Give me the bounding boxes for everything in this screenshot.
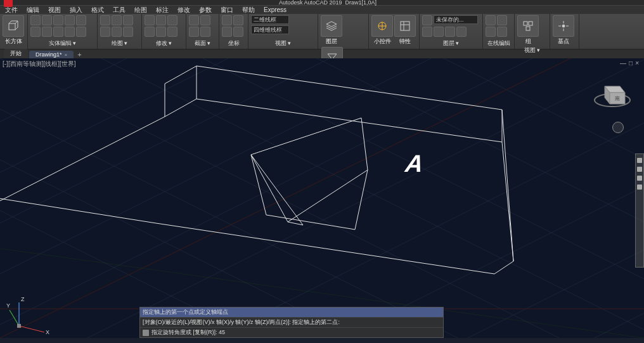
viewport-min-button[interactable]: —: [620, 60, 626, 67]
menu-param[interactable]: 参数: [198, 6, 213, 15]
mirror-button[interactable]: [145, 27, 155, 37]
menu-view[interactable]: 视图: [47, 6, 62, 15]
viewport-close-button[interactable]: ×: [635, 60, 639, 67]
properties-button[interactable]: [394, 15, 416, 37]
paste-button[interactable]: [497, 15, 507, 25]
sweep-button[interactable]: [65, 15, 75, 25]
rotate-button[interactable]: [167, 15, 177, 25]
viewport-window-controls: — □ ×: [620, 60, 639, 67]
base-button[interactable]: [553, 15, 574, 37]
ucs-world-button[interactable]: [233, 15, 243, 25]
move-button[interactable]: [145, 15, 155, 25]
tab-start[interactable]: 开始: [4, 49, 28, 58]
layer-off-button[interactable]: [434, 27, 444, 37]
svg-line-33: [156, 223, 494, 274]
layer-state-button[interactable]: [422, 15, 432, 25]
arc-button[interactable]: [100, 27, 110, 37]
extrude-button[interactable]: [30, 15, 41, 25]
nav-orbit-button[interactable]: [637, 176, 642, 181]
layer-iso-button[interactable]: [422, 27, 432, 37]
panel-modify: 修改 ▾: [142, 14, 186, 49]
tab-drawing1-label: Drawing1*: [35, 51, 62, 58]
panel-gizmo: 小控件 特性: [369, 14, 420, 49]
panel-layer-state: 未保存的... 图层 ▾: [420, 14, 483, 49]
erase-button[interactable]: [167, 27, 177, 37]
menu-tools[interactable]: 工具: [112, 6, 127, 15]
svg-line-40: [502, 142, 513, 261]
viewport-max-button[interactable]: □: [629, 60, 633, 67]
match-button[interactable]: [486, 27, 496, 37]
ucs-prev-button[interactable]: [222, 27, 232, 37]
visual-style-select[interactable]: 二维线框: [251, 15, 289, 24]
title-bar: Autodesk AutoCAD 2019 Draw1[1,0A]: [0, 0, 644, 5]
polyline-button[interactable]: [112, 15, 122, 25]
layer-lock-button[interactable]: [456, 27, 467, 37]
section-jog-button[interactable]: [189, 27, 199, 37]
intersect-button[interactable]: [53, 27, 63, 37]
menu-dim[interactable]: 标注: [155, 6, 170, 15]
viewport-label[interactable]: [-][西南等轴测][线框][世界]: [3, 60, 76, 68]
measure-button[interactable]: [486, 15, 496, 25]
circle-button[interactable]: [123, 15, 133, 25]
layer-button[interactable]: [321, 15, 342, 37]
nav-pan-button[interactable]: [637, 158, 642, 163]
live-section-button[interactable]: [200, 15, 210, 25]
tab-add-button[interactable]: +: [75, 51, 84, 58]
tab-drawing1[interactable]: Drawing1* ×: [29, 51, 74, 58]
model-viewport[interactable]: [-][西南等轴测][线框][世界] — □ × 南: [0, 58, 644, 338]
layer-label: 图层: [326, 37, 337, 46]
nav-wheel-icon[interactable]: [612, 122, 624, 133]
slice-button[interactable]: [65, 27, 75, 37]
svg-line-22: [0, 58, 644, 337]
command-line[interactable]: 指定轴上的第一个点或定义轴端点 [对象(O)/最近的(L)/视图(V)/x 轴(…: [139, 307, 444, 338]
menu-modify[interactable]: 修改: [176, 6, 191, 15]
visual-style-select-2[interactable]: 四维维线框: [251, 25, 289, 34]
loft-button[interactable]: [76, 15, 86, 25]
menu-format[interactable]: 格式: [90, 6, 105, 15]
flatshot-button[interactable]: [200, 27, 210, 37]
svg-line-36: [165, 99, 196, 117]
svg-line-11: [0, 58, 570, 287]
rectangle-button[interactable]: [112, 27, 122, 37]
menu-draw[interactable]: 绘图: [133, 6, 148, 15]
union-button[interactable]: [30, 27, 41, 37]
group-button[interactable]: [517, 15, 539, 37]
dim-button[interactable]: [497, 27, 507, 37]
box-button[interactable]: [3, 15, 24, 37]
menu-window[interactable]: 窗口: [219, 6, 235, 15]
section-plane-button[interactable]: [189, 15, 199, 25]
nav-zoom-button[interactable]: [637, 167, 642, 172]
menu-edit[interactable]: 编辑: [25, 6, 41, 15]
svg-line-25: [0, 96, 644, 338]
ucs-icon[interactable]: X Y Z: [6, 291, 51, 335]
navigation-bar: [635, 153, 644, 268]
menu-insert[interactable]: 插入: [68, 6, 84, 15]
viewcube[interactable]: 南: [592, 74, 633, 114]
svg-line-15: [63, 65, 644, 338]
svg-rect-0: [9, 23, 15, 30]
ucs-face-button[interactable]: [233, 27, 243, 37]
subtract-button[interactable]: [42, 27, 52, 37]
command-input[interactable]: 指定旋转角度或 [复制(R)]: 45: [151, 328, 225, 337]
gizmo-label: 小控件: [374, 37, 391, 46]
tab-start-label: 开始: [10, 49, 22, 58]
gizmo-button[interactable]: [371, 15, 393, 37]
menu-bar: 文件 编辑 视图 插入 格式 工具 绘图 标注 修改 参数 窗口 帮助 Expr…: [0, 5, 644, 14]
layer-select[interactable]: 未保存的...: [434, 15, 478, 24]
presspull-button[interactable]: [42, 15, 52, 25]
layer-freeze-button[interactable]: [445, 27, 455, 37]
thicken-button[interactable]: [76, 27, 86, 37]
menu-help[interactable]: 帮助: [241, 6, 256, 15]
line-button[interactable]: [100, 15, 110, 25]
menu-express[interactable]: Express: [262, 6, 288, 13]
close-icon[interactable]: ×: [65, 52, 68, 58]
spline-button[interactable]: [123, 27, 133, 37]
base-label: 基点: [558, 37, 569, 46]
ucs-button[interactable]: [222, 15, 232, 25]
svg-rect-48: [17, 324, 21, 328]
revolve-button[interactable]: [53, 15, 63, 25]
copy-button[interactable]: [156, 15, 166, 25]
scale-button[interactable]: [156, 27, 166, 37]
panel-solid-edit-label: 实体编辑 ▾: [30, 39, 94, 48]
nav-showmotion-button[interactable]: [637, 184, 642, 190]
